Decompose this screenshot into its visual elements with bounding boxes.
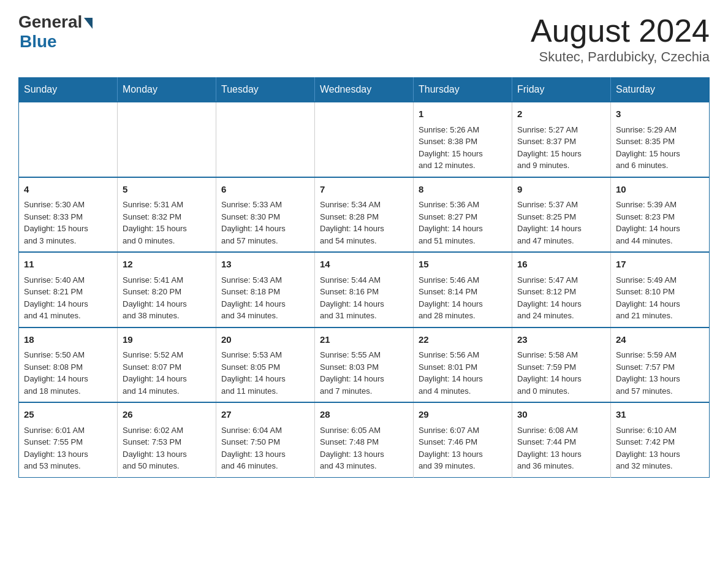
day-number: 26 bbox=[123, 408, 211, 422]
calendar-cell: 2Sunrise: 5:27 AMSunset: 8:37 PMDaylight… bbox=[512, 102, 611, 177]
calendar-cell: 19Sunrise: 5:52 AMSunset: 8:07 PMDayligh… bbox=[118, 327, 216, 403]
day-info: Sunrise: 6:04 AMSunset: 7:50 PMDaylight:… bbox=[221, 424, 309, 472]
day-number: 4 bbox=[24, 183, 112, 197]
day-info: Sunrise: 5:43 AMSunset: 8:18 PMDaylight:… bbox=[221, 274, 309, 322]
calendar-cell: 11Sunrise: 5:40 AMSunset: 8:21 PMDayligh… bbox=[19, 252, 118, 327]
day-number: 27 bbox=[221, 408, 309, 422]
day-number: 22 bbox=[419, 333, 507, 347]
weekday-header-friday: Friday bbox=[512, 78, 611, 102]
day-number: 17 bbox=[616, 258, 704, 272]
calendar-table: SundayMondayTuesdayWednesdayThursdayFrid… bbox=[18, 77, 710, 478]
day-number: 24 bbox=[616, 333, 704, 347]
calendar-subtitle: Skutec, Pardubicky, Czechia bbox=[531, 49, 710, 65]
day-info: Sunrise: 5:47 AMSunset: 8:12 PMDaylight:… bbox=[517, 274, 605, 322]
calendar-cell: 24Sunrise: 5:59 AMSunset: 7:57 PMDayligh… bbox=[611, 327, 710, 403]
calendar-cell: 27Sunrise: 6:04 AMSunset: 7:50 PMDayligh… bbox=[216, 402, 315, 477]
calendar-cell: 29Sunrise: 6:07 AMSunset: 7:46 PMDayligh… bbox=[414, 402, 512, 477]
day-info: Sunrise: 6:02 AMSunset: 7:53 PMDaylight:… bbox=[123, 424, 211, 472]
calendar-cell bbox=[19, 102, 118, 177]
day-number: 28 bbox=[320, 408, 408, 422]
calendar-cell: 22Sunrise: 5:56 AMSunset: 8:01 PMDayligh… bbox=[414, 327, 512, 403]
day-number: 9 bbox=[517, 183, 605, 197]
day-number: 29 bbox=[419, 408, 507, 422]
day-number: 20 bbox=[221, 333, 309, 347]
day-info: Sunrise: 6:10 AMSunset: 7:42 PMDaylight:… bbox=[616, 424, 704, 472]
week-row-4: 18Sunrise: 5:50 AMSunset: 8:08 PMDayligh… bbox=[19, 327, 710, 403]
calendar-cell bbox=[315, 102, 414, 177]
day-info: Sunrise: 5:53 AMSunset: 8:05 PMDaylight:… bbox=[221, 349, 309, 397]
calendar-cell: 8Sunrise: 5:36 AMSunset: 8:27 PMDaylight… bbox=[414, 177, 512, 253]
calendar-cell: 20Sunrise: 5:53 AMSunset: 8:05 PMDayligh… bbox=[216, 327, 315, 403]
day-info: Sunrise: 5:34 AMSunset: 8:28 PMDaylight:… bbox=[320, 199, 408, 247]
day-number: 1 bbox=[419, 107, 507, 121]
day-number: 11 bbox=[24, 258, 112, 272]
calendar-cell: 12Sunrise: 5:41 AMSunset: 8:20 PMDayligh… bbox=[118, 252, 216, 327]
logo-general-text: General bbox=[18, 12, 82, 32]
week-row-3: 11Sunrise: 5:40 AMSunset: 8:21 PMDayligh… bbox=[19, 252, 710, 327]
calendar-cell: 6Sunrise: 5:33 AMSunset: 8:30 PMDaylight… bbox=[216, 177, 315, 253]
day-info: Sunrise: 5:56 AMSunset: 8:01 PMDaylight:… bbox=[419, 349, 507, 397]
day-info: Sunrise: 5:55 AMSunset: 8:03 PMDaylight:… bbox=[320, 349, 408, 397]
calendar-cell: 15Sunrise: 5:46 AMSunset: 8:14 PMDayligh… bbox=[414, 252, 512, 327]
weekday-header-thursday: Thursday bbox=[414, 78, 512, 102]
day-info: Sunrise: 5:27 AMSunset: 8:37 PMDaylight:… bbox=[517, 124, 605, 172]
day-number: 14 bbox=[320, 258, 408, 272]
day-number: 19 bbox=[123, 333, 211, 347]
day-number: 16 bbox=[517, 258, 605, 272]
day-number: 25 bbox=[24, 408, 112, 422]
day-info: Sunrise: 5:49 AMSunset: 8:10 PMDaylight:… bbox=[616, 274, 704, 322]
day-info: Sunrise: 6:01 AMSunset: 7:55 PMDaylight:… bbox=[24, 424, 112, 472]
calendar-cell: 31Sunrise: 6:10 AMSunset: 7:42 PMDayligh… bbox=[611, 402, 710, 477]
day-info: Sunrise: 6:05 AMSunset: 7:48 PMDaylight:… bbox=[320, 424, 408, 472]
calendar-cell: 4Sunrise: 5:30 AMSunset: 8:33 PMDaylight… bbox=[19, 177, 118, 253]
day-info: Sunrise: 5:59 AMSunset: 7:57 PMDaylight:… bbox=[616, 349, 704, 397]
weekday-header-wednesday: Wednesday bbox=[315, 78, 414, 102]
day-info: Sunrise: 6:08 AMSunset: 7:44 PMDaylight:… bbox=[517, 424, 605, 472]
day-number: 15 bbox=[419, 258, 507, 272]
day-number: 6 bbox=[221, 183, 309, 197]
calendar-cell: 14Sunrise: 5:44 AMSunset: 8:16 PMDayligh… bbox=[315, 252, 414, 327]
day-number: 10 bbox=[616, 183, 704, 197]
calendar-cell: 1Sunrise: 5:26 AMSunset: 8:38 PMDaylight… bbox=[414, 102, 512, 177]
day-number: 8 bbox=[419, 183, 507, 197]
day-info: Sunrise: 5:29 AMSunset: 8:35 PMDaylight:… bbox=[616, 124, 704, 172]
logo-arrow-icon bbox=[84, 18, 93, 29]
weekday-header-monday: Monday bbox=[118, 78, 216, 102]
day-info: Sunrise: 5:36 AMSunset: 8:27 PMDaylight:… bbox=[419, 199, 507, 247]
calendar-cell: 18Sunrise: 5:50 AMSunset: 8:08 PMDayligh… bbox=[19, 327, 118, 403]
logo-blue-text: Blue bbox=[20, 32, 57, 52]
day-info: Sunrise: 5:40 AMSunset: 8:21 PMDaylight:… bbox=[24, 274, 112, 322]
calendar-cell: 10Sunrise: 5:39 AMSunset: 8:23 PMDayligh… bbox=[611, 177, 710, 253]
calendar-cell: 9Sunrise: 5:37 AMSunset: 8:25 PMDaylight… bbox=[512, 177, 611, 253]
day-info: Sunrise: 5:58 AMSunset: 7:59 PMDaylight:… bbox=[517, 349, 605, 397]
day-info: Sunrise: 5:30 AMSunset: 8:33 PMDaylight:… bbox=[24, 199, 112, 247]
week-row-2: 4Sunrise: 5:30 AMSunset: 8:33 PMDaylight… bbox=[19, 177, 710, 253]
day-info: Sunrise: 5:33 AMSunset: 8:30 PMDaylight:… bbox=[221, 199, 309, 247]
calendar-cell: 28Sunrise: 6:05 AMSunset: 7:48 PMDayligh… bbox=[315, 402, 414, 477]
calendar-cell: 16Sunrise: 5:47 AMSunset: 8:12 PMDayligh… bbox=[512, 252, 611, 327]
day-info: Sunrise: 5:52 AMSunset: 8:07 PMDaylight:… bbox=[123, 349, 211, 397]
day-number: 5 bbox=[123, 183, 211, 197]
day-info: Sunrise: 5:44 AMSunset: 8:16 PMDaylight:… bbox=[320, 274, 408, 322]
week-row-5: 25Sunrise: 6:01 AMSunset: 7:55 PMDayligh… bbox=[19, 402, 710, 477]
day-info: Sunrise: 5:26 AMSunset: 8:38 PMDaylight:… bbox=[419, 124, 507, 172]
day-number: 12 bbox=[123, 258, 211, 272]
calendar-cell: 30Sunrise: 6:08 AMSunset: 7:44 PMDayligh… bbox=[512, 402, 611, 477]
calendar-cell: 23Sunrise: 5:58 AMSunset: 7:59 PMDayligh… bbox=[512, 327, 611, 403]
day-info: Sunrise: 6:07 AMSunset: 7:46 PMDaylight:… bbox=[419, 424, 507, 472]
calendar-cell: 21Sunrise: 5:55 AMSunset: 8:03 PMDayligh… bbox=[315, 327, 414, 403]
calendar-cell: 7Sunrise: 5:34 AMSunset: 8:28 PMDaylight… bbox=[315, 177, 414, 253]
weekday-header-saturday: Saturday bbox=[611, 78, 710, 102]
day-info: Sunrise: 5:50 AMSunset: 8:08 PMDaylight:… bbox=[24, 349, 112, 397]
calendar-cell bbox=[216, 102, 315, 177]
day-number: 13 bbox=[221, 258, 309, 272]
day-info: Sunrise: 5:39 AMSunset: 8:23 PMDaylight:… bbox=[616, 199, 704, 247]
day-number: 31 bbox=[616, 408, 704, 422]
day-number: 21 bbox=[320, 333, 408, 347]
day-number: 23 bbox=[517, 333, 605, 347]
calendar-cell bbox=[118, 102, 216, 177]
day-info: Sunrise: 5:46 AMSunset: 8:14 PMDaylight:… bbox=[419, 274, 507, 322]
day-number: 7 bbox=[320, 183, 408, 197]
day-info: Sunrise: 5:31 AMSunset: 8:32 PMDaylight:… bbox=[123, 199, 211, 247]
day-number: 30 bbox=[517, 408, 605, 422]
